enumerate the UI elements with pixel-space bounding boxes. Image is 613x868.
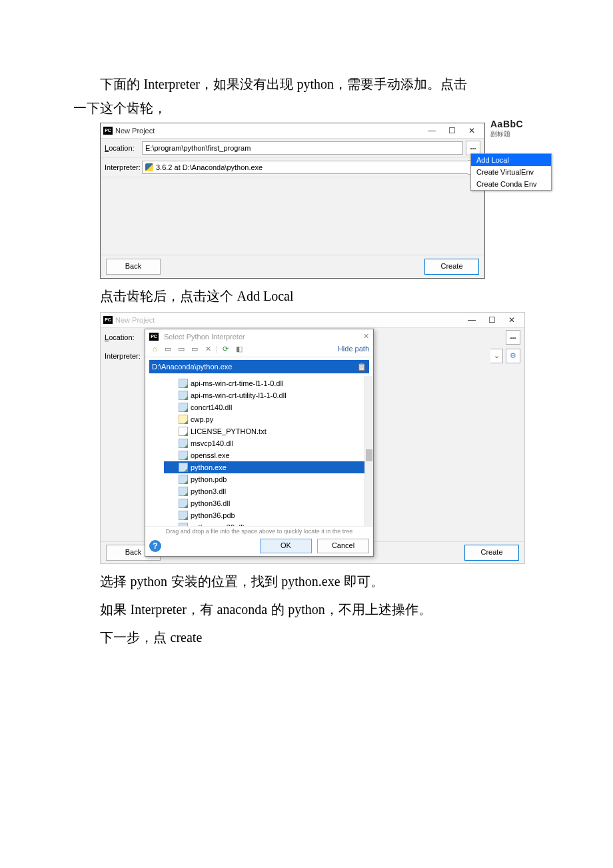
maximize-icon[interactable]: ☐ <box>482 313 502 327</box>
tree-item-label: python36.dll <box>191 499 230 507</box>
tree-item[interactable]: LICENSE_PYTHON.txt <box>164 425 373 437</box>
menu-item-add-local[interactable]: Add Local <box>471 154 551 166</box>
desktop-icon[interactable]: ▭ <box>163 343 173 354</box>
tree-item-label: python36.pdb <box>191 511 235 519</box>
tree-item[interactable]: python.pdb <box>164 473 373 485</box>
tree-item-label: python3.dll <box>191 487 226 495</box>
window-title: New Project <box>115 316 462 324</box>
tree-item[interactable]: msvcp140.dll <box>164 437 373 449</box>
maximize-icon[interactable]: ☐ <box>442 123 462 138</box>
select-interpreter-popup: PC Select Python Interpreter ✕ ⌂ ▭ ▭ ▭ ✕… <box>145 329 374 557</box>
python-icon <box>145 163 153 171</box>
back-button[interactable]: Back <box>106 259 161 275</box>
file-icon <box>179 439 188 448</box>
tree-item[interactable]: python3.dll <box>164 485 373 497</box>
interpreter-label: Interpreter: <box>105 163 142 171</box>
file-icon <box>179 391 188 400</box>
window-title: New Project <box>115 127 422 135</box>
after-line-1: 选择 python 安装的位置，找到 python.exe 即可。 <box>100 569 540 593</box>
intro-line-1: 下面的 Interpreter，如果没有出现 python，需要手动添加。点击 <box>73 73 540 95</box>
location-label: Location: <box>105 144 142 152</box>
project-icon[interactable]: ▭ <box>176 343 187 354</box>
tree-item[interactable]: concrt140.dll <box>164 401 373 413</box>
popup-close-icon[interactable]: ✕ <box>363 332 369 341</box>
create-button[interactable]: Create <box>464 545 519 561</box>
file-icon <box>179 403 188 412</box>
tree-item[interactable]: cwp.py <box>164 413 373 425</box>
file-icon <box>179 463 188 472</box>
delete-icon[interactable]: ✕ <box>203 343 213 354</box>
popup-titlebar: PC Select Python Interpreter ✕ <box>145 329 373 341</box>
popup-buttons: ? OK Cancel <box>145 536 373 556</box>
create-button[interactable]: Create <box>424 259 479 275</box>
scrollbar-thumb[interactable] <box>366 449 372 461</box>
hide-path-link[interactable]: Hide path <box>338 345 369 353</box>
tree-item[interactable]: api-ms-win-crt-time-l1-1-0.dll <box>164 377 373 389</box>
help-icon[interactable]: ? <box>149 540 161 552</box>
menu-item-create-virtualenv[interactable]: Create VirtualEnv <box>471 166 551 178</box>
tree-item[interactable]: python36.pdb <box>164 509 373 521</box>
tree-item[interactable]: openssl.exe <box>164 449 373 461</box>
tree-item[interactable]: python36.dll <box>164 497 373 509</box>
path-input[interactable]: D:\Anaconda\python.exe 📋 <box>149 360 369 373</box>
app-icon: PC <box>149 333 159 341</box>
screenshot-new-project: PC New Project — ☐ ✕ Location: E:\progra… <box>100 123 553 277</box>
file-icon <box>179 475 188 484</box>
location-browse-button[interactable]: ... <box>506 330 520 345</box>
popup-toolbar: ⌂ ▭ ▭ ▭ ✕ | ⟳ ◧ Hide path <box>145 341 373 357</box>
ok-button[interactable]: OK <box>260 539 312 553</box>
tree-item-label: python.exe <box>191 463 227 471</box>
interpreter-select[interactable]: 3.6.2 at D:\Anaconda\python.exe <box>142 161 468 174</box>
scrollbar[interactable] <box>364 376 373 526</box>
button-bar: Back Create <box>101 255 484 278</box>
tree-item-label: openssl.exe <box>191 451 230 459</box>
app-icon: PC <box>103 127 113 135</box>
interpreter-context-menu: Add Local Create VirtualEnv Create Conda… <box>470 153 552 191</box>
file-icon <box>179 451 188 460</box>
tree-item-label: api-ms-win-crt-utility-l1-1-0.dll <box>191 391 287 399</box>
interpreter-row: Interpreter: 3.6.2 at D:\Anaconda\python… <box>101 158 484 177</box>
tree-item-label: LICENSE_PYTHON.txt <box>191 427 267 435</box>
tree-item-label: api-ms-win-crt-time-l1-1-0.dll <box>191 379 283 387</box>
intro-line-2: 一下这个齿轮， <box>73 97 540 119</box>
after-line-3: 下一步，点 create <box>100 625 540 649</box>
interpreter-chevron-down-icon[interactable]: ⌄ <box>490 349 503 363</box>
file-icon <box>179 415 188 424</box>
home-icon[interactable]: ⌂ <box>149 343 160 354</box>
file-icon <box>179 379 188 388</box>
titlebar: PC New Project — ☐ ✕ <box>101 123 484 139</box>
tree-item-label: python.pdb <box>191 475 227 483</box>
interpreter-value: 3.6.2 at D:\Anaconda\python.exe <box>156 161 263 173</box>
file-icon <box>179 523 188 526</box>
file-icon <box>179 499 188 508</box>
minimize-icon[interactable]: — <box>462 313 482 327</box>
screenshot-select-interpreter: www.bingdoc.com PC New Project — ☐ ✕ Loc… <box>100 312 526 563</box>
new-project-window-2: www.bingdoc.com PC New Project — ☐ ✕ Loc… <box>100 312 525 564</box>
interpreter-label: Interpreter: <box>105 352 142 360</box>
cancel-button[interactable]: Cancel <box>317 539 369 553</box>
tree-item-label: msvcp140.dll <box>191 439 233 447</box>
newfolder-icon[interactable]: ▭ <box>189 343 200 354</box>
tree-item[interactable]: pythoncom36.dll <box>164 521 373 526</box>
new-project-window: PC New Project — ☐ ✕ Location: E:\progra… <box>100 123 485 279</box>
file-icon <box>179 427 188 436</box>
file-icon <box>179 511 188 520</box>
tree-item[interactable]: api-ms-win-crt-utility-l1-1-0.dll <box>164 389 373 401</box>
menu-item-create-conda-env[interactable]: Create Conda Env <box>471 178 551 190</box>
drop-hint: Drag and drop a file into the space abov… <box>145 526 373 536</box>
file-icon <box>179 487 188 496</box>
tree-item-label: cwp.py <box>191 415 213 423</box>
tree-item[interactable]: python.exe <box>164 461 373 473</box>
showhidden-icon[interactable]: ◧ <box>234 343 245 354</box>
refresh-icon[interactable]: ⟳ <box>221 343 231 354</box>
tree-item-label: concrt140.dll <box>191 403 232 411</box>
file-tree[interactable]: api-ms-win-crt-time-l1-1-0.dllapi-ms-win… <box>145 376 373 526</box>
minimize-icon[interactable]: — <box>422 123 442 138</box>
location-input[interactable]: E:\program\python\first_program <box>142 141 463 155</box>
location-row: Location: E:\program\python\first_progra… <box>101 139 484 158</box>
location-label: Location: <box>105 333 142 341</box>
clipboard-icon[interactable]: 📋 <box>357 360 366 373</box>
close-icon[interactable]: ✕ <box>502 313 522 327</box>
close-icon[interactable]: ✕ <box>462 123 482 138</box>
gear-icon[interactable]: ⚙ <box>506 349 520 363</box>
